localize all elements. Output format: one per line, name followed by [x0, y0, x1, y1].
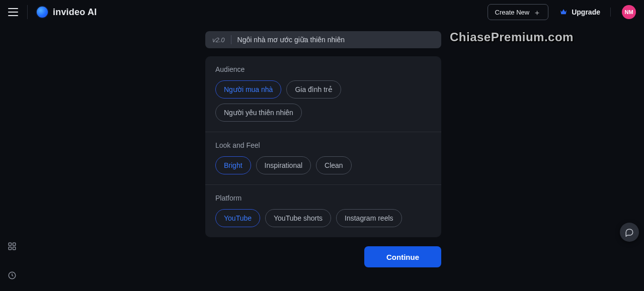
svg-rect-3	[13, 247, 16, 250]
chip-audience-2[interactable]: Người yêu thiên nhiên	[215, 104, 302, 122]
audience-chips: Người mua nhà Gia đình trẻ Người yêu thi…	[215, 80, 431, 122]
section-audience: Audience Người mua nhà Gia đình trẻ Ngườ…	[205, 56, 441, 132]
svg-rect-1	[13, 243, 16, 245]
brand-name: invideo AI	[53, 7, 97, 18]
crown-icon	[559, 8, 568, 17]
logo-mark-icon	[37, 7, 48, 18]
hamburger-menu-icon[interactable]	[8, 8, 18, 16]
upgrade-button[interactable]: Upgrade	[559, 8, 600, 17]
chip-platform-2[interactable]: Instagram reels	[336, 209, 401, 227]
avatar-initials: NM	[624, 9, 633, 15]
chip-audience-1[interactable]: Gia đình trẻ	[286, 80, 341, 99]
create-new-button[interactable]: Create New ＋	[488, 4, 549, 20]
prompt-bar[interactable]: v2.0 Ngôi nhà mơ ước giữa thiên nhiên	[205, 31, 441, 48]
look-chips: Bright Inspirational Clean	[215, 156, 431, 174]
actions-row: Continue	[205, 246, 441, 267]
chip-platform-1[interactable]: YouTube shorts	[265, 209, 331, 227]
separator	[231, 35, 231, 44]
section-title-audience: Audience	[215, 65, 431, 73]
plus-icon: ＋	[533, 9, 541, 16]
left-rail	[0, 242, 24, 282]
history-icon[interactable]	[8, 271, 17, 282]
platform-chips: YouTube YouTube shorts Instagram reels	[215, 209, 431, 227]
options-panel: Audience Người mua nhà Gia đình trẻ Ngườ…	[205, 56, 441, 237]
svg-rect-0	[9, 243, 11, 245]
section-platform: Platform YouTube YouTube shorts Instagra…	[205, 184, 441, 237]
section-look: Look and Feel Bright Inspirational Clean	[205, 132, 441, 184]
topbar: invideo AI Create New ＋ Upgrade NM	[0, 0, 644, 24]
chip-look-1[interactable]: Inspirational	[256, 156, 311, 174]
upgrade-label: Upgrade	[572, 8, 600, 16]
chip-platform-0[interactable]: YouTube	[215, 209, 260, 227]
section-title-look: Look and Feel	[215, 141, 431, 149]
continue-button[interactable]: Continue	[364, 246, 441, 267]
svg-rect-2	[9, 247, 11, 250]
chat-icon	[625, 228, 634, 237]
chip-look-2[interactable]: Clean	[316, 156, 352, 174]
main-content: v2.0 Ngôi nhà mơ ước giữa thiên nhiên Au…	[205, 31, 441, 267]
prompt-text: Ngôi nhà mơ ước giữa thiên nhiên	[237, 36, 345, 44]
separator	[610, 8, 611, 17]
version-tag: v2.0	[212, 36, 225, 44]
section-title-platform: Platform	[215, 194, 431, 202]
chat-fab[interactable]	[620, 223, 639, 242]
create-new-label: Create New	[495, 9, 530, 16]
chip-audience-0[interactable]: Người mua nhà	[215, 80, 281, 99]
dashboard-icon[interactable]	[8, 242, 17, 253]
avatar[interactable]: NM	[622, 5, 636, 19]
watermark-text: ChiasePremium.com	[450, 30, 574, 44]
brand-logo[interactable]: invideo AI	[37, 7, 97, 18]
separator	[27, 5, 28, 19]
chip-look-0[interactable]: Bright	[215, 156, 251, 174]
